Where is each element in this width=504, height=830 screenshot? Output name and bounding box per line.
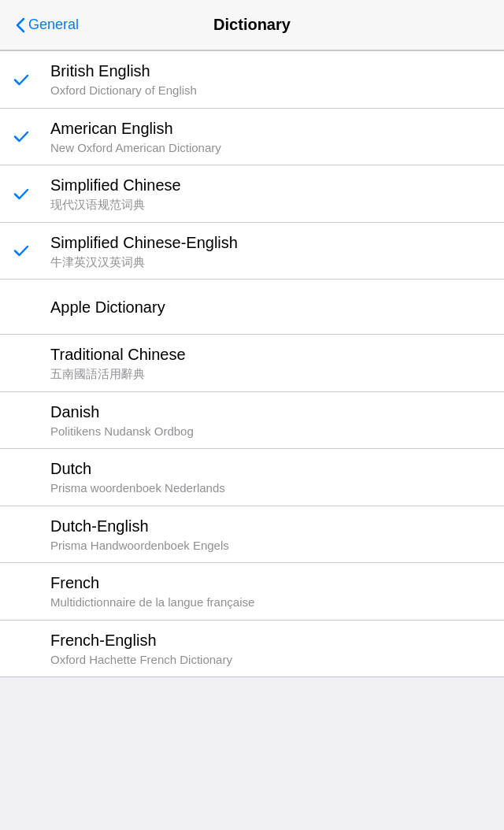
item-text-danish: DanishPolitikens Nudansk Ordbog [47, 402, 491, 439]
list-item-american-english[interactable]: American EnglishNew Oxford American Dict… [0, 109, 504, 166]
item-text-simplified-chinese-english: Simplified Chinese-English牛津英汉汉英词典 [47, 232, 491, 270]
list-item-danish[interactable]: DanishPolitikens Nudansk Ordbog [0, 392, 504, 450]
list-item-simplified-chinese-english[interactable]: Simplified Chinese-English牛津英汉汉英词典 [0, 223, 504, 280]
item-subtitle-danish: Politikens Nudansk Ordbog [50, 424, 491, 439]
item-subtitle-french-english: Oxford Hachette French Dictionary [50, 652, 491, 668]
item-title-simplified-chinese: Simplified Chinese [50, 175, 491, 195]
item-text-apple-dictionary: Apple Dictionary [47, 297, 491, 317]
item-text-french: FrenchMultidictionnaire de la langue fra… [47, 572, 491, 610]
nav-bar: General Dictionary [0, 0, 504, 50]
checkmark-icon-simplified-chinese [13, 185, 47, 202]
item-text-dutch-english: Dutch-EnglishPrisma Handwoordenboek Enge… [47, 516, 491, 554]
item-title-simplified-chinese-english: Simplified Chinese-English [50, 232, 491, 253]
item-subtitle-american-english: New Oxford American Dictionary [50, 140, 491, 156]
back-button[interactable]: General [13, 13, 85, 36]
list-item-apple-dictionary[interactable]: Apple Dictionary [0, 280, 504, 335]
item-title-dutch: Dutch [50, 458, 491, 479]
list-item-dutch-english[interactable]: Dutch-EnglishPrisma Handwoordenboek Enge… [0, 506, 504, 564]
list-item-simplified-chinese[interactable]: Simplified Chinese现代汉语规范词典 [0, 165, 504, 223]
item-subtitle-british-english: Oxford Dictionary of English [50, 83, 491, 98]
item-title-apple-dictionary: Apple Dictionary [50, 297, 491, 317]
item-title-french: French [50, 572, 491, 593]
checkmark-icon-american-english [13, 128, 47, 145]
item-subtitle-simplified-chinese-english: 牛津英汉汉英词典 [50, 254, 491, 270]
item-text-traditional-chinese: Traditional Chinese五南國語活用辭典 [47, 344, 491, 382]
list-item-traditional-chinese[interactable]: Traditional Chinese五南國語活用辭典 [0, 335, 504, 392]
item-title-american-english: American English [50, 118, 491, 139]
item-text-simplified-chinese: Simplified Chinese现代汉语规范词典 [47, 175, 491, 213]
dictionary-list: British EnglishOxford Dictionary of Engl… [0, 50, 504, 677]
checkmark-icon-british-english [13, 71, 47, 88]
checkmark-icon-simplified-chinese-english [13, 242, 47, 259]
item-text-dutch: DutchPrisma woordenboek Nederlands [47, 458, 491, 496]
back-chevron-icon [16, 17, 25, 33]
back-label: General [28, 17, 79, 33]
item-title-traditional-chinese: Traditional Chinese [50, 344, 491, 365]
item-subtitle-french: Multidictionnaire de la langue française [50, 595, 491, 610]
item-title-british-english: British English [50, 61, 491, 81]
list-item-french-english[interactable]: French-EnglishOxford Hachette French Dic… [0, 621, 504, 677]
item-text-british-english: British EnglishOxford Dictionary of Engl… [47, 61, 491, 98]
item-title-french-english: French-English [50, 630, 491, 650]
list-item-dutch[interactable]: DutchPrisma woordenboek Nederlands [0, 449, 504, 506]
item-subtitle-simplified-chinese: 现代汉语规范词典 [50, 197, 491, 213]
item-text-american-english: American EnglishNew Oxford American Dict… [47, 118, 491, 156]
item-title-danish: Danish [50, 402, 491, 422]
item-subtitle-traditional-chinese: 五南國語活用辭典 [50, 366, 491, 382]
item-subtitle-dutch-english: Prisma Handwoordenboek Engels [50, 538, 491, 554]
list-item-french[interactable]: FrenchMultidictionnaire de la langue fra… [0, 563, 504, 621]
item-text-french-english: French-EnglishOxford Hachette French Dic… [47, 630, 491, 668]
item-subtitle-dutch: Prisma woordenboek Nederlands [50, 480, 491, 496]
list-item-british-english[interactable]: British EnglishOxford Dictionary of Engl… [0, 51, 504, 109]
item-title-dutch-english: Dutch-English [50, 516, 491, 536]
page-title: Dictionary [213, 16, 291, 34]
